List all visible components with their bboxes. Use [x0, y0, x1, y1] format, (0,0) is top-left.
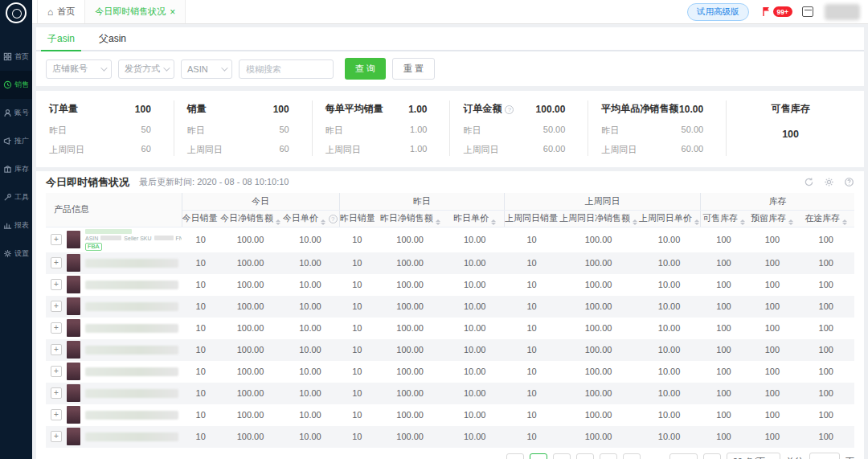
table-toolbar [804, 177, 854, 187]
shop-account-select[interactable]: 店铺账号 [46, 59, 112, 79]
shipping-method-select-value: 发货方式 [125, 63, 160, 75]
cell-lastweek-unit-price: 10.00 [637, 361, 700, 383]
sidebar-item-sales[interactable]: 销售 [0, 71, 32, 99]
box-icon [3, 165, 12, 174]
sort-icon[interactable] [436, 219, 440, 225]
page-button-3[interactable]: 3 [576, 453, 594, 459]
info-icon[interactable] [329, 215, 338, 223]
product-title-redacted [85, 281, 178, 289]
page-ellipsis[interactable]: ··· [646, 453, 664, 459]
tab-parent-asin[interactable]: 父asin [99, 27, 126, 50]
shipping-method-select[interactable]: 发货方式 [118, 59, 174, 79]
reset-button[interactable]: 重 置 [392, 58, 435, 80]
sort-icon[interactable] [694, 219, 699, 225]
cell-today-unit-price: 10.00 [281, 252, 339, 274]
cell-today-sales: 10 [182, 252, 219, 274]
settings-gear-icon[interactable] [824, 177, 834, 187]
sidebar-item-home[interactable]: 首页 [0, 43, 32, 71]
cell-today-sales: 10 [182, 426, 219, 448]
product-cell: + ASINSeller SKUFNSKU FBA [46, 227, 182, 252]
sort-icon[interactable] [491, 219, 496, 225]
expand-row-button[interactable]: + [51, 257, 62, 268]
notification-area[interactable]: 99+ [762, 6, 792, 17]
table-row: + ASINSeller SKUFNSKU FBA 10 100.00 10.0… [46, 404, 854, 426]
kpi-title: 订单量 [49, 102, 78, 116]
cell-today-net-sales: 100.00 [219, 274, 280, 296]
expand-row-button[interactable]: + [51, 366, 62, 377]
col-today-sales: 今日销量 [182, 210, 219, 227]
cell-intransit-inventory: 100 [798, 318, 854, 339]
product-cell: + ASINSeller SKUFNSKU FBA [46, 252, 182, 274]
table-row: + ASINSeller SKUFNSKU FBA 10 100.00 10.0… [46, 318, 854, 339]
tab-active-page[interactable]: 今日即时销售状况 × [85, 0, 186, 23]
expand-row-button[interactable]: + [51, 322, 62, 334]
help-icon[interactable] [844, 177, 854, 187]
sidebar-item-promotion[interactable]: 推广 [0, 127, 32, 155]
group-inventory: 库存 [701, 193, 854, 210]
sort-icon[interactable] [321, 219, 326, 225]
expand-row-button[interactable]: + [51, 344, 62, 355]
query-button[interactable]: 查 询 [345, 58, 386, 80]
info-icon[interactable] [505, 105, 514, 114]
tab-home[interactable]: ⌂ 首页 [37, 0, 85, 23]
cell-today-sales: 10 [182, 274, 219, 296]
sidebar-item-account[interactable]: 账号 [0, 99, 32, 127]
col-sellable-inventory: 可售库存 [701, 210, 747, 227]
sort-icon[interactable] [276, 219, 280, 225]
cell-reserved-inventory: 100 [747, 339, 797, 361]
sidebar-item-inventory[interactable]: 库存 [0, 155, 32, 183]
cell-sellable-inventory: 100 [701, 274, 747, 296]
product-cell: + ASINSeller SKUFNSKU FBA [46, 339, 182, 361]
asin-subtabs: 子asin 父asin [36, 27, 864, 51]
expand-row-button[interactable]: + [51, 234, 62, 245]
cell-yesterday-net-sales: 100.00 [375, 274, 445, 296]
trial-premium-button[interactable]: 试用高级版 [687, 3, 749, 21]
page-button-last[interactable]: 1855 [669, 453, 697, 459]
expand-row-button[interactable]: + [51, 279, 62, 290]
sort-icon[interactable] [633, 219, 637, 225]
product-thumbnail [67, 428, 80, 445]
cell-lastweek-sales: 10 [504, 252, 559, 274]
sort-icon[interactable] [842, 219, 847, 225]
calendar-icon[interactable] [802, 6, 813, 17]
cell-today-unit-price: 10.00 [281, 274, 339, 296]
cell-yesterday-unit-price: 10.00 [445, 404, 504, 426]
col-today-unit-price: 今日单价 [281, 210, 339, 227]
refresh-icon[interactable] [804, 177, 814, 187]
goto-page-input[interactable] [809, 453, 840, 459]
cell-lastweek-unit-price: 10.00 [637, 296, 700, 318]
sort-icon[interactable] [740, 219, 745, 225]
page-button-1[interactable]: 1 [530, 453, 547, 459]
asin-select[interactable]: ASIN [181, 59, 232, 79]
expand-row-button[interactable]: + [51, 387, 62, 399]
cell-today-sales: 10 [182, 339, 219, 361]
cell-yesterday-unit-price: 10.00 [445, 361, 504, 383]
tab-child-asin[interactable]: 子asin [47, 27, 75, 50]
sidebar-item-tools[interactable]: 工具 [0, 183, 32, 211]
next-page-button[interactable] [703, 453, 721, 459]
cell-today-net-sales: 100.00 [219, 227, 280, 252]
user-avatar[interactable] [825, 4, 860, 20]
user-icon [3, 109, 12, 117]
page-button-5[interactable]: 5 [623, 453, 641, 459]
prev-page-button[interactable] [506, 453, 524, 459]
sort-icon[interactable] [788, 219, 793, 225]
close-tab-icon[interactable]: × [170, 6, 175, 18]
page-button-2[interactable]: 2 [553, 453, 571, 459]
expand-row-button[interactable]: + [51, 431, 62, 442]
kpi-title: 销量 [187, 102, 207, 116]
page-size-select[interactable]: 20 条/页 [727, 453, 780, 459]
cell-today-sales: 10 [182, 383, 219, 404]
fuzzy-search-input[interactable] [239, 59, 334, 79]
cell-lastweek-unit-price: 10.00 [637, 252, 700, 274]
flag-icon [762, 6, 772, 17]
sidebar-item-reports[interactable]: 报表 [0, 211, 32, 240]
expand-row-button[interactable]: + [51, 409, 62, 420]
sidebar-item-settings[interactable]: 设置 [0, 240, 32, 268]
kpi-value: 100 [782, 129, 799, 140]
expand-row-button[interactable]: + [51, 301, 62, 312]
cell-intransit-inventory: 100 [798, 252, 854, 274]
goto-suffix: 页 [845, 456, 854, 459]
page-button-4[interactable]: 4 [600, 453, 617, 459]
cell-lastweek-sales: 10 [504, 361, 559, 383]
